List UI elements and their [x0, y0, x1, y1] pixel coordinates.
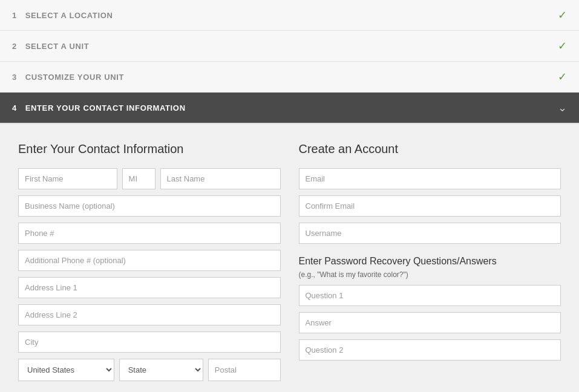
answer-group — [299, 312, 561, 333]
name-row — [18, 168, 281, 189]
answer-input[interactable] — [299, 312, 561, 333]
location-row: United States Canada State AL AK AZ — [18, 359, 281, 381]
username-group — [299, 223, 561, 244]
step-3[interactable]: 3 CUSTOMIZE YOUR UNIT ✓ — [0, 62, 579, 93]
confirm-email-input[interactable] — [299, 195, 561, 217]
left-section-title: Enter Your Contact Information — [18, 142, 281, 156]
email-group — [299, 168, 561, 189]
additional-phone-input[interactable] — [18, 250, 281, 271]
step-1[interactable]: 1 SELECT A LOCATION ✓ — [0, 0, 579, 31]
step-3-checkmark-icon: ✓ — [558, 70, 567, 83]
password-recovery-section: Enter Password Recovery Questions/Answer… — [299, 256, 561, 361]
question1-group — [299, 285, 561, 306]
address2-group — [18, 304, 281, 325]
address1-input[interactable] — [18, 277, 281, 298]
state-select[interactable]: State AL AK AZ — [119, 359, 203, 381]
postal-input[interactable] — [208, 359, 281, 381]
phone-group — [18, 223, 281, 244]
confirm-email-group — [299, 195, 561, 217]
question2-input[interactable] — [299, 339, 561, 361]
city-group — [18, 332, 281, 353]
step-4-label: ENTER YOUR CONTACT INFORMATION — [25, 103, 558, 113]
right-section: Create an Account Enter Password Recover… — [299, 142, 561, 387]
main-content: Enter Your Contact Information United S — [0, 124, 579, 392]
business-name-group — [18, 195, 281, 217]
last-name-input[interactable] — [160, 168, 281, 189]
username-input[interactable] — [299, 223, 561, 244]
password-recovery-title: Enter Password Recovery Questions/Answer… — [299, 256, 561, 267]
right-section-title: Create an Account — [299, 142, 561, 156]
city-input[interactable] — [18, 332, 281, 353]
step-2-number: 2 — [12, 42, 17, 51]
step-4[interactable]: 4 ENTER YOUR CONTACT INFORMATION ⌄ — [0, 93, 579, 123]
step-4-number: 4 — [12, 103, 17, 113]
step-4-chevron-icon: ⌄ — [558, 101, 567, 114]
password-recovery-hint: (e.g., "What is my favorite color?") — [299, 270, 561, 279]
country-select[interactable]: United States Canada — [18, 359, 114, 381]
step-1-checkmark-icon: ✓ — [558, 8, 567, 22]
mi-input[interactable] — [122, 168, 155, 189]
first-name-input[interactable] — [18, 168, 117, 189]
business-name-input[interactable] — [18, 195, 281, 217]
step-1-label: SELECT A LOCATION — [25, 11, 558, 20]
question2-group — [299, 339, 561, 361]
address1-group — [18, 277, 281, 298]
address2-input[interactable] — [18, 304, 281, 325]
step-2[interactable]: 2 SELECT A UNIT ✓ — [0, 31, 579, 62]
steps-container: 1 SELECT A LOCATION ✓ 2 SELECT A UNIT ✓ … — [0, 0, 579, 124]
email-input[interactable] — [299, 168, 561, 189]
step-2-checkmark-icon: ✓ — [558, 39, 567, 53]
left-section: Enter Your Contact Information United S — [18, 142, 281, 387]
step-3-number: 3 — [12, 73, 17, 82]
additional-phone-group — [18, 250, 281, 271]
step-3-label: CUSTOMIZE YOUR UNIT — [25, 73, 558, 82]
phone-input[interactable] — [18, 223, 281, 244]
step-2-label: SELECT A UNIT — [25, 42, 558, 51]
step-1-number: 1 — [12, 11, 17, 20]
question1-input[interactable] — [299, 285, 561, 306]
